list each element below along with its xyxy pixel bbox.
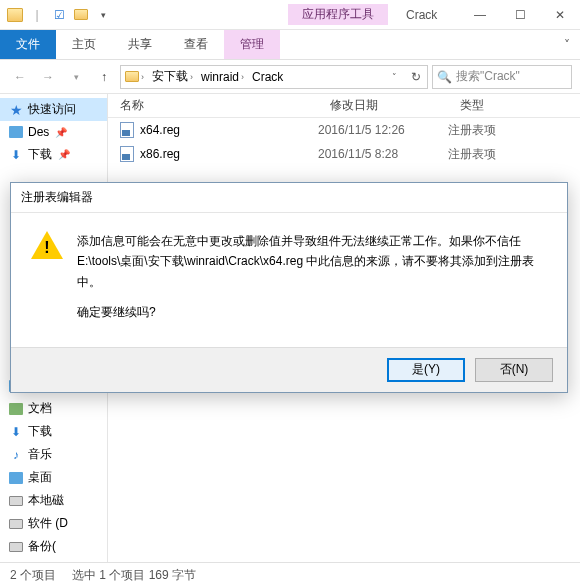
search-icon: 🔍 xyxy=(437,70,452,84)
download-icon: ⬇ xyxy=(8,424,24,440)
music-icon: ♪ xyxy=(8,447,24,463)
registry-editor-dialog: 注册表编辑器 添加信息可能会在无意中更改或删除值并导致组件无法继续正常工作。如果… xyxy=(10,182,568,393)
disk-icon xyxy=(8,539,24,555)
breadcrumb[interactable]: › 安下载› winraid› Crack ˅ ↻ xyxy=(120,65,428,89)
breadcrumb-seg-0[interactable]: 安下载› xyxy=(148,68,197,85)
quick-access-toolbar: | ☑ ▾ xyxy=(0,6,118,24)
dialog-message: 添加信息可能会在无意中更改或删除值并导致组件无法继续正常工作。如果你不信任 E:… xyxy=(77,231,547,333)
breadcrumb-seg-1[interactable]: winraid› xyxy=(197,70,248,84)
download-icon: ⬇ xyxy=(8,147,24,163)
nav-item-downloads[interactable]: ⬇下载📌 xyxy=(0,143,107,166)
file-row[interactable]: x86.reg 2016/11/5 8:28 注册表项 xyxy=(108,142,580,166)
col-name[interactable]: 名称 xyxy=(108,97,318,114)
nav-item-software[interactable]: 软件 (D xyxy=(0,512,107,535)
status-selection: 选中 1 个项目 169 字节 xyxy=(72,567,196,584)
maximize-button[interactable]: ☐ xyxy=(500,0,540,30)
breadcrumb-dropdown-icon[interactable]: ˅ xyxy=(383,66,405,88)
dialog-button-row: 是(Y) 否(N) xyxy=(11,347,567,392)
forward-button[interactable]: → xyxy=(36,65,60,89)
reg-file-icon xyxy=(120,146,134,162)
warning-icon xyxy=(31,231,63,259)
nav-item-downloads2[interactable]: ⬇下载 xyxy=(0,420,107,443)
refresh-icon[interactable]: ↻ xyxy=(405,66,427,88)
desktop-icon xyxy=(8,124,24,140)
search-input[interactable]: 🔍 搜索"Crack" xyxy=(432,65,572,89)
column-headers[interactable]: 名称 修改日期 类型 xyxy=(108,94,580,118)
dialog-title: 注册表编辑器 xyxy=(11,183,567,213)
tab-file[interactable]: 文件 xyxy=(0,30,56,59)
file-row[interactable]: x64.reg 2016/11/5 12:26 注册表项 xyxy=(108,118,580,142)
properties-icon[interactable]: ☑ xyxy=(50,6,68,24)
col-type[interactable]: 类型 xyxy=(448,97,580,114)
status-bar: 2 个项目 选中 1 个项目 169 字节 xyxy=(0,562,580,588)
recent-dropdown-icon[interactable]: ▾ xyxy=(64,65,88,89)
disk-icon xyxy=(8,493,24,509)
reg-file-icon xyxy=(120,122,134,138)
back-button[interactable]: ← xyxy=(8,65,32,89)
yes-button[interactable]: 是(Y) xyxy=(387,358,465,382)
nav-item-localdisk[interactable]: 本地磁 xyxy=(0,489,107,512)
nav-item-desktop[interactable]: Des📌 xyxy=(0,121,107,143)
search-placeholder: 搜索"Crack" xyxy=(456,68,520,85)
status-item-count: 2 个项目 xyxy=(10,567,56,584)
breadcrumb-seg-2[interactable]: Crack xyxy=(248,70,287,84)
desktop-icon xyxy=(8,470,24,486)
qat-separator: | xyxy=(28,6,46,24)
tab-share[interactable]: 共享 xyxy=(112,30,168,59)
breadcrumb-root-icon[interactable]: › xyxy=(121,71,148,82)
minimize-button[interactable]: — xyxy=(460,0,500,30)
ribbon-tabs: 文件 主页 共享 查看 管理 ˅ xyxy=(0,30,580,60)
up-button[interactable]: ↑ xyxy=(92,65,116,89)
nav-item-desktop2[interactable]: 桌面 xyxy=(0,466,107,489)
new-folder-icon[interactable] xyxy=(72,6,90,24)
ribbon-expand-icon[interactable]: ˅ xyxy=(554,30,580,59)
tab-view[interactable]: 查看 xyxy=(168,30,224,59)
nav-item-music[interactable]: ♪音乐 xyxy=(0,443,107,466)
documents-icon xyxy=(8,401,24,417)
disk-icon xyxy=(8,516,24,532)
nav-item-backup[interactable]: 备份( xyxy=(0,535,107,558)
nav-item-documents[interactable]: 文档 xyxy=(0,397,107,420)
pin-icon: 📌 xyxy=(55,127,67,138)
title-bar: | ☑ ▾ 应用程序工具 Crack — ☐ ✕ xyxy=(0,0,580,30)
qat-dropdown-icon[interactable]: ▾ xyxy=(94,6,112,24)
nav-quick-access[interactable]: ★ 快速访问 xyxy=(0,98,107,121)
tab-home[interactable]: 主页 xyxy=(56,30,112,59)
address-bar: ← → ▾ ↑ › 安下载› winraid› Crack ˅ ↻ 🔍 搜索"C… xyxy=(0,60,580,94)
no-button[interactable]: 否(N) xyxy=(475,358,553,382)
contextual-tab-label: 应用程序工具 xyxy=(288,4,388,25)
pin-icon: 📌 xyxy=(58,149,70,160)
star-icon: ★ xyxy=(8,102,24,118)
folder-icon xyxy=(6,6,24,24)
tab-manage[interactable]: 管理 xyxy=(224,30,280,59)
window-title: Crack xyxy=(406,8,437,22)
close-button[interactable]: ✕ xyxy=(540,0,580,30)
col-date[interactable]: 修改日期 xyxy=(318,97,448,114)
